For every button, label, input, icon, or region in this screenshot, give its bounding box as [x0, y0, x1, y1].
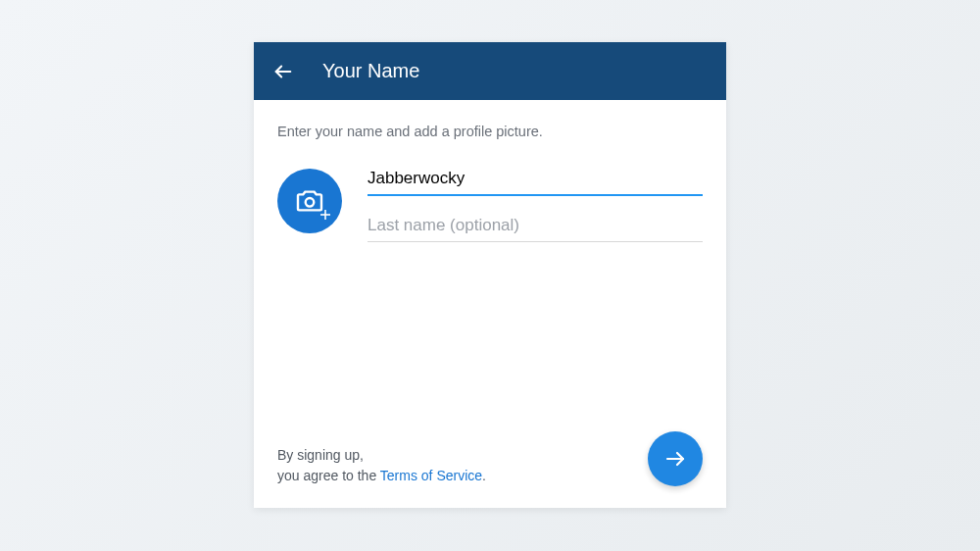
arrow-right-icon — [663, 447, 687, 471]
arrow-left-icon — [272, 61, 294, 82]
svg-point-1 — [306, 198, 315, 207]
terms-period: . — [482, 468, 486, 483]
plus-icon — [320, 210, 330, 220]
terms-line2-prefix: you agree to the — [277, 468, 380, 483]
footer: By signing up, you agree to the Terms of… — [277, 431, 703, 486]
terms-of-service-link[interactable]: Terms of Service — [380, 468, 482, 483]
add-photo-button[interactable] — [277, 169, 342, 233]
page-title: Your Name — [322, 60, 419, 82]
signup-name-card: Your Name Enter your name and add a prof… — [254, 42, 726, 508]
back-button[interactable] — [271, 60, 295, 83]
instruction-text: Enter your name and add a profile pictur… — [277, 124, 703, 139]
next-button[interactable] — [648, 431, 703, 486]
terms-text: By signing up, you agree to the Terms of… — [277, 445, 486, 486]
name-form — [277, 163, 703, 242]
terms-line1: By signing up, — [277, 447, 364, 463]
last-name-input[interactable] — [368, 210, 703, 242]
name-fields — [368, 163, 703, 242]
first-name-input[interactable] — [368, 163, 703, 196]
header-bar: Your Name — [254, 42, 726, 100]
